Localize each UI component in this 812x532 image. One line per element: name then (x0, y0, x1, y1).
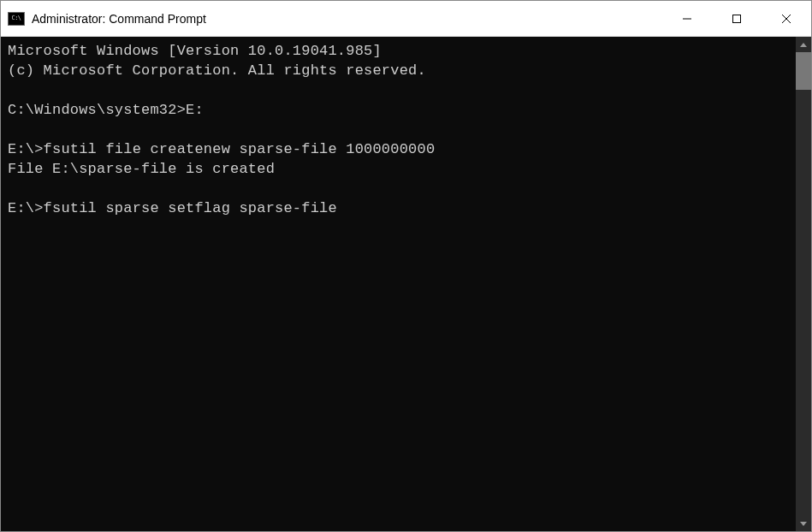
window-controls (662, 1, 811, 36)
scroll-down-arrow-icon[interactable] (796, 516, 811, 531)
maximize-button[interactable] (712, 1, 762, 36)
close-button[interactable] (762, 1, 811, 36)
terminal-output[interactable]: Microsoft Windows [Version 10.0.19041.98… (1, 37, 796, 531)
prompt-text: C:\Windows\system32> (8, 102, 186, 118)
window-title: Administrator: Command Prompt (32, 12, 206, 26)
output-line: File E:\sparse-file is created (8, 161, 275, 177)
cmd-app-icon: C:\ (8, 12, 25, 26)
command-text: E: (186, 102, 204, 118)
maximize-icon (732, 14, 742, 24)
scroll-thumb[interactable] (796, 52, 811, 90)
minimize-button[interactable] (662, 1, 712, 36)
titlebar[interactable]: C:\ Administrator: Command Prompt (1, 1, 811, 37)
command-prompt-window: C:\ Administrator: Command Prompt (0, 0, 812, 532)
output-line: (c) Microsoft Corporation. All rights re… (8, 62, 426, 79)
minimize-icon (682, 14, 692, 24)
svg-rect-1 (733, 15, 741, 22)
content-area: Microsoft Windows [Version 10.0.19041.98… (1, 37, 811, 531)
command-text: fsutil sparse setflag sparse-file (44, 200, 337, 216)
prompt-text: E:\> (8, 200, 44, 216)
cmd-icon-text: C:\ (11, 15, 21, 21)
command-text: fsutil file createnew sparse-file 100000… (44, 141, 436, 157)
close-icon (781, 14, 791, 24)
titlebar-left: C:\ Administrator: Command Prompt (1, 12, 206, 26)
output-line: Microsoft Windows [Version 10.0.19041.98… (8, 43, 382, 59)
prompt-text: E:\> (8, 141, 44, 157)
vertical-scrollbar[interactable] (796, 37, 811, 531)
scroll-up-arrow-icon[interactable] (796, 37, 811, 52)
